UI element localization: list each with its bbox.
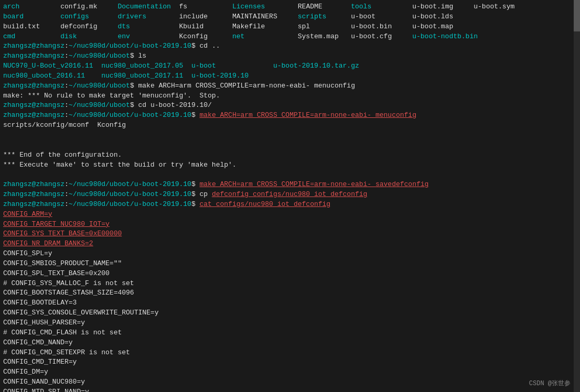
cfg-mtd-spi: CONFIG_MTD_SPI_NAND=y xyxy=(3,387,577,392)
cmd-make-menuconfig2: zhangsz@zhangsz:~/nuc980d/uboot/u-boot-2… xyxy=(3,111,577,121)
cfg-spl-text: CONFIG_SPL_TEXT_BASE=0x200 xyxy=(3,269,577,279)
end-config-1: *** End of the configuration. xyxy=(3,150,577,160)
terminal: arch config.mk Documentation fs Licenses… xyxy=(0,0,580,392)
cfg-dram: CONFIG_NR_DRAM_BANKS=2 xyxy=(3,239,577,249)
cmd-cp-defconfig: zhangsz@zhangsz:~/nuc980d/uboot/u-boot-2… xyxy=(3,190,577,200)
cmd-cd-uboot: zhangsz@zhangsz:~/nuc980d/uboot$ cd u-bo… xyxy=(3,101,577,111)
blank-line-2 xyxy=(3,140,577,150)
cfg-dm: CONFIG_DM=y xyxy=(3,367,577,377)
csdn-watermark: CSDN @张世参 xyxy=(529,379,571,388)
ls-output-2: nuc980_uboot_2016.11 nuc980_uboot_2017.1… xyxy=(3,71,577,81)
cfg-malloc: # CONFIG_SYS_MALLOC_F is not set xyxy=(3,279,577,289)
cfg-nand-nuc980: CONFIG_NAND_NUC980=y xyxy=(3,377,577,387)
blank-line-1 xyxy=(3,130,577,140)
cfg-hush: CONFIG_HUSH_PARSER=y xyxy=(3,318,577,328)
cfg-console-overwrite: CONFIG_SYS_CONSOLE_OVERWRITE_ROUTINE=y xyxy=(3,308,577,318)
ls-output-1: NUC970_U-Boot_v2016.11 nuc980_uboot_2017… xyxy=(3,61,577,71)
cfg-cmd-timer: CONFIG_CMD_TIMER=y xyxy=(3,357,577,367)
cfg-target: CONFIG_TARGET_NUC980_IOT=y xyxy=(3,220,577,230)
cmd-make-menuconfig1: zhangsz@zhangsz:~/nuc980d/uboot$ make AR… xyxy=(3,81,577,91)
scrollbar[interactable] xyxy=(574,0,580,392)
cmd-cd-dotdot: zhangsz@zhangsz:~/nuc980d/uboot/u-boot-2… xyxy=(3,41,577,51)
blank-line-3 xyxy=(3,170,577,180)
file-list-row4: cmd disk env Kconfig net System.map u-bo… xyxy=(3,32,577,42)
cmd-cat-defconfig: zhangsz@zhangsz:~/nuc980d/uboot/u-boot-2… xyxy=(3,200,577,210)
make-error: make: *** No rule to make target 'menuco… xyxy=(3,91,577,101)
cfg-cmd-nand: CONFIG_CMD_NAND=y xyxy=(3,338,577,348)
file-list-row1: arch config.mk Documentation fs Licenses… xyxy=(3,2,577,12)
scrollbar-thumb[interactable] xyxy=(574,0,580,31)
end-config-2: *** Execute 'make' to start the build or… xyxy=(3,160,577,170)
cmd-savedefconfig: zhangsz@zhangsz:~/nuc980d/uboot/u-boot-2… xyxy=(3,180,577,190)
cfg-cmd-setexpr: # CONFIG_CMD_SETEXPR is not set xyxy=(3,348,577,358)
cfg-spl: CONFIG_SPL=y xyxy=(3,249,577,259)
file-list-row2: board configs drivers include MAINTAINER… xyxy=(3,12,577,22)
cfg-cmd-flash: # CONFIG_CMD_FLASH is not set xyxy=(3,328,577,338)
file-list-row3: build.txt defconfig dts Kbuild Makefile … xyxy=(3,22,577,32)
cmd-ls: zhangsz@zhangsz:~/nuc980d/uboot$ ls xyxy=(3,51,577,61)
cfg-bootstage: CONFIG_BOOTSTAGE_STASH_SIZE=4096 xyxy=(3,288,577,298)
cfg-bootdelay: CONFIG_BOOTDELAY=3 xyxy=(3,298,577,308)
scripts-kconfig: scripts/kconfig/mconf Kconfig xyxy=(3,121,577,130)
cfg-arm: CONFIG_ARM=y xyxy=(3,210,577,220)
cfg-smbios-product: CONFIG_SMBIOS_PRODUCT_NAME="" xyxy=(3,259,577,269)
cfg-text-base: CONFIG_SYS_TEXT_BASE=0xE00000 xyxy=(3,229,577,239)
